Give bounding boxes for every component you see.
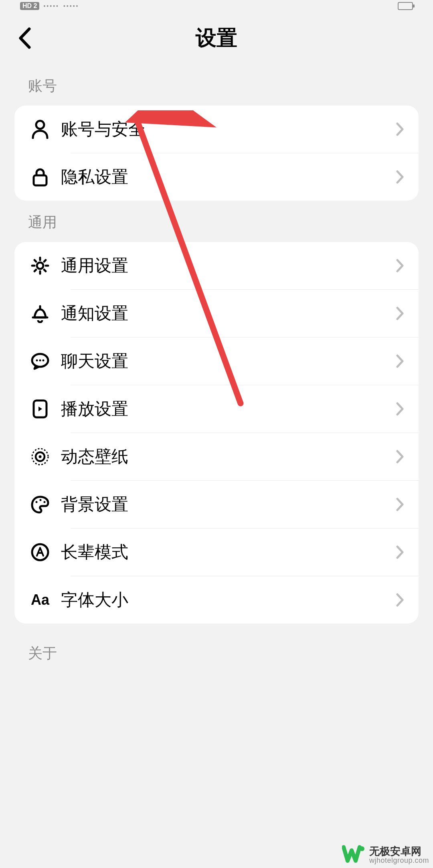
svg-point-6 (42, 360, 45, 362)
row-label: 隐私设置 (61, 166, 396, 188)
page-title: 设置 (0, 24, 433, 52)
row-dynamic-wallpaper[interactable]: 动态壁纸 (14, 433, 419, 480)
card-general: 通用设置 通知设置 聊天设置 (14, 242, 419, 624)
svg-point-0 (36, 121, 44, 129)
chevron-right-icon (396, 307, 404, 320)
hd-badge: HD 2 (20, 2, 39, 10)
target-icon (31, 447, 49, 466)
user-icon (31, 120, 49, 139)
row-privacy[interactable]: 隐私设置 (14, 153, 419, 201)
svg-rect-1 (34, 175, 47, 185)
watermark: 无极安卓网 wjhotelgroup.com (342, 845, 429, 866)
row-account-security[interactable]: 账号与安全 (14, 106, 419, 153)
row-label: 长辈模式 (61, 541, 396, 563)
chevron-right-icon (396, 450, 404, 463)
row-label: 字体大小 (61, 589, 396, 611)
row-background-settings[interactable]: 背景设置 (14, 481, 419, 528)
row-label: 动态壁纸 (61, 445, 396, 468)
svg-point-5 (39, 360, 41, 362)
row-general-settings[interactable]: 通用设置 (14, 242, 419, 289)
svg-point-16 (360, 846, 364, 851)
row-label: 播放设置 (61, 398, 396, 420)
row-label: 通知设置 (61, 302, 396, 325)
gear-icon (31, 256, 49, 275)
aa-icon: Aa (31, 592, 49, 608)
chevron-right-icon (396, 259, 404, 272)
watermark-logo-icon (342, 845, 365, 866)
header: 设置 (0, 12, 433, 64)
section-heading-about: 关于 (0, 624, 433, 673)
chat-icon (31, 352, 49, 370)
status-bar: HD 2 ••••• ••••• (0, 0, 433, 12)
svg-point-12 (40, 499, 42, 501)
watermark-url: wjhotelgroup.com (369, 857, 429, 865)
svg-point-2 (37, 262, 43, 269)
svg-point-4 (36, 360, 38, 362)
signal-indicator-2: ••••• (63, 3, 79, 9)
battery-icon (398, 2, 413, 10)
palette-icon (31, 495, 49, 514)
card-account: 账号与安全 隐私设置 (14, 106, 419, 201)
row-playback-settings[interactable]: 播放设置 (14, 385, 419, 433)
chevron-right-icon (396, 498, 404, 511)
chevron-left-icon (17, 27, 31, 49)
row-notification-settings[interactable]: 通知设置 (14, 290, 419, 337)
lock-icon (32, 167, 48, 187)
chevron-right-icon (396, 545, 404, 559)
row-label: 账号与安全 (61, 118, 396, 140)
svg-point-13 (44, 501, 46, 503)
chevron-right-icon (396, 593, 404, 607)
row-label: 通用设置 (61, 254, 396, 277)
chevron-right-icon (396, 122, 404, 136)
row-font-size[interactable]: Aa 字体大小 (14, 576, 419, 624)
chevron-right-icon (396, 170, 404, 184)
row-label: 背景设置 (61, 493, 396, 516)
signal-indicator: ••••• (43, 3, 59, 9)
svg-point-11 (36, 501, 38, 503)
back-button[interactable] (12, 26, 36, 50)
chevron-right-icon (396, 402, 404, 416)
section-heading-general: 通用 (0, 201, 433, 242)
watermark-title: 无极安卓网 (369, 846, 429, 857)
a-circle-icon (31, 543, 49, 561)
bell-icon (31, 304, 49, 323)
row-label: 聊天设置 (61, 350, 396, 372)
row-elder-mode[interactable]: 长辈模式 (14, 529, 419, 576)
chevron-right-icon (396, 354, 404, 368)
row-chat-settings[interactable]: 聊天设置 (14, 337, 419, 385)
svg-point-10 (39, 455, 42, 458)
play-icon (32, 399, 48, 419)
section-heading-account: 账号 (0, 64, 433, 106)
